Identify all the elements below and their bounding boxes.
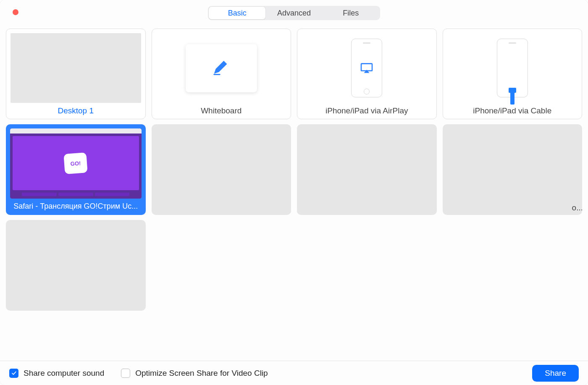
option-window-safari[interactable]: GO! Safari - Трансляция GO!Стрим Uc... [6,124,146,215]
desktop-label: Desktop 1 [6,105,145,119]
option-window-4[interactable]: o... [443,124,583,215]
safari-label: Safari - Трансляция GO!Стрим Uc... [7,200,145,214]
checkbox-checked-icon [9,369,18,378]
iphone-outline-icon [351,39,382,97]
cable-label: iPhone/iPad via Cable [443,105,582,119]
window-5-thumbnail [6,220,146,311]
checkbox-share-sound[interactable]: Share computer sound [9,369,104,378]
pen-icon [212,58,231,78]
airplay-thumbnail [302,33,432,103]
cable-connector-icon [510,92,514,105]
share-button[interactable]: Share [532,365,579,382]
checkbox-unchecked-icon [121,369,130,378]
share-sound-label: Share computer sound [24,369,104,378]
iphone-cable-icon [497,39,528,97]
safari-thumbnail: GO! [10,128,142,199]
whiteboard-label: Whiteboard [152,105,291,119]
option-iphone-airplay[interactable]: iPhone/iPad via AirPlay [297,29,437,119]
dialog-footer: Share computer sound Optimize Screen Sha… [0,361,588,385]
option-window-3[interactable] [297,124,437,215]
tab-basic[interactable]: Basic [209,7,265,19]
whiteboard-thumbnail [156,33,287,103]
optimize-label: Optimize Screen Share for Video Clip [135,369,268,378]
go-badge: GO! [64,152,88,174]
share-screen-dialog: Basic Advanced Files Desktop 1 Whiteboar… [0,0,588,385]
desktop-thumbnail [10,33,141,103]
share-options-grid: Desktop 1 Whiteboard [0,24,588,361]
tab-bar: Basic Advanced Files [0,0,588,24]
option-window-5[interactable] [6,220,146,311]
window-2-thumbnail [152,124,291,215]
cable-thumbnail [447,33,578,103]
whiteboard-tile [186,44,257,92]
option-whiteboard[interactable]: Whiteboard [152,29,291,119]
window-4-truncation: o... [572,203,582,212]
tab-files[interactable]: Files [323,7,379,19]
window-controls [13,9,18,15]
window-4-thumbnail [443,124,583,215]
close-window-button[interactable] [13,9,18,15]
option-desktop-1[interactable]: Desktop 1 [6,29,146,119]
airplay-label: iPhone/iPad via AirPlay [297,105,436,119]
checkbox-optimize-video[interactable]: Optimize Screen Share for Video Clip [121,369,268,378]
option-window-2[interactable] [152,124,291,215]
option-iphone-cable[interactable]: iPhone/iPad via Cable [443,29,583,119]
tab-advanced[interactable]: Advanced [265,7,322,19]
airplay-icon [360,63,374,73]
window-3-thumbnail [297,124,437,215]
